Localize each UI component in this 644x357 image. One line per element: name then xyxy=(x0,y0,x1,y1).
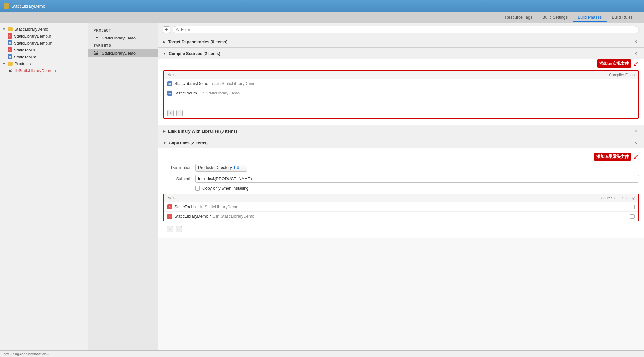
copy-files-header[interactable]: ▼ Copy Files (2 items) ✕ xyxy=(158,137,644,148)
compile-add-button[interactable]: + xyxy=(167,110,174,116)
m-icon-2: m xyxy=(8,54,12,59)
tab-resource-tags[interactable]: Resource Tags xyxy=(500,13,537,22)
nav-item-tool-h[interactable]: h StaticTool.h xyxy=(0,46,88,53)
nav-label-demo-h: StaticLibraryDemo.h xyxy=(14,34,51,39)
nav-item-tool-m[interactable]: m StaticTool.m xyxy=(0,53,88,60)
project-panel: PROJECT 🗂 StaticLibraryDemo TARGETS 🏛 St… xyxy=(88,23,158,350)
h-file-icon-1: h xyxy=(167,204,172,209)
compile-sources-header[interactable]: ▼ Compile Sources (2 items) ✕ xyxy=(158,48,644,59)
target-dependencies-section: ▶ Target Dependencies (0 items) ✕ xyxy=(158,36,644,48)
compile-annotation-arrow-icon: ↙ xyxy=(633,59,639,68)
panel-label-project: StaticLibraryDemo xyxy=(102,36,136,40)
m-file-icon-1: m xyxy=(167,81,172,86)
checkbox-row: Copy only when installing xyxy=(163,186,639,191)
copy-files-content: 添加.h暴露头文件 ↙ Destination Products Directo… xyxy=(158,148,644,238)
folder-icon-products xyxy=(8,62,13,66)
compile-table-header: Name Compiler Flags xyxy=(164,71,638,79)
link-binary-header[interactable]: ▶ Link Binary With Libraries (0 items) ✕ xyxy=(158,125,644,137)
copy-sign-header: Code Sign On Copy xyxy=(597,196,635,200)
copy-sign-checkbox-1[interactable] xyxy=(630,205,635,209)
nav-label-lib: libStaticLibraryDemo.a xyxy=(15,68,56,73)
compile-sources-section: ▼ Compile Sources (2 items) ✕ 添加.m实现文件 ↙… xyxy=(158,48,644,125)
h-icon-1: h xyxy=(8,33,12,39)
main-layout: ▼ StaticLibraryDemo h StaticLibraryDemo.… xyxy=(0,23,644,350)
destination-value: Products Directory xyxy=(198,165,232,170)
targets-section-title: TARGETS xyxy=(88,42,158,49)
link-binary-section: ▶ Link Binary With Libraries (0 items) ✕ xyxy=(158,125,644,137)
destination-label: Destination xyxy=(163,165,191,170)
m-file-icon-2: m xyxy=(167,90,172,96)
destination-row: Destination Products Directory ⬆⬇ xyxy=(163,164,639,172)
copy-files-section: ▼ Copy Files (2 items) ✕ 添加.h暴露头文件 ↙ Des… xyxy=(158,137,644,238)
copy-sign-checkbox-2[interactable] xyxy=(630,214,635,219)
filter-bar: ⊙ xyxy=(173,26,639,33)
nav-label-tool-m: StaticTool.m xyxy=(14,55,36,59)
link-binary-title: Link Binary With Libraries (0 items) xyxy=(168,129,630,134)
target-dependencies-header[interactable]: ▶ Target Dependencies (0 items) ✕ xyxy=(158,36,644,47)
nav-item-demo-m[interactable]: m StaticLibraryDemo.m xyxy=(0,39,88,46)
target-deps-title: Target Dependencies (0 items) xyxy=(168,39,630,44)
compile-sources-content: 添加.m实现文件 ↙ Name Compiler Flags m StaticL… xyxy=(158,59,644,125)
chevron-icon: ▼ xyxy=(3,27,6,31)
product-icon: 🏛 xyxy=(8,68,13,73)
copy-row-2-sign xyxy=(597,214,635,219)
subpath-input[interactable] xyxy=(195,175,639,183)
compile-annotation-text: 添加.m实现文件 xyxy=(597,59,631,68)
panel-label-target: StaticLibraryDemo xyxy=(102,51,136,56)
compile-name-header: Name xyxy=(167,73,590,77)
copy-only-checkbox[interactable] xyxy=(195,186,200,191)
copy-files-chevron-icon: ▼ xyxy=(163,141,166,145)
copy-table-actions: + − xyxy=(163,224,639,234)
nav-item-demo-h[interactable]: h StaticLibraryDemo.h xyxy=(0,33,88,39)
compile-flags-header: Compiler Flags xyxy=(590,73,635,77)
destination-select[interactable]: Products Directory ⬆⬇ xyxy=(195,164,247,172)
compile-row-2-name: StaticTool.m ...in StaticLibraryDemo xyxy=(174,91,590,95)
compile-sources-chevron-icon: ▼ xyxy=(163,52,166,55)
project-file-icon: 🗂 xyxy=(94,35,99,41)
panel-item-target[interactable]: 🏛 StaticLibraryDemo xyxy=(88,49,158,57)
compile-row-1-name: StaticLibraryDemo.m ...in StaticLibraryD… xyxy=(174,81,590,86)
copy-files-table: Name Code Sign On Copy h StaticTool.h ..… xyxy=(163,194,639,221)
target-deps-close-button[interactable]: ✕ xyxy=(633,39,639,44)
copy-row-1[interactable]: h StaticTool.h ...in StaticLibraryDemo xyxy=(164,202,638,212)
url-text: http://blog.csdn.net/location... xyxy=(4,352,49,356)
nav-item-products[interactable]: ▼ Products xyxy=(0,60,88,67)
target-icon: 🏛 xyxy=(94,50,99,56)
link-binary-close-button[interactable]: ✕ xyxy=(633,129,639,134)
tab-build-rules[interactable]: Build Rules xyxy=(607,13,638,22)
copy-row-2[interactable]: h StaticLibraryDemo.h ...in StaticLibrar… xyxy=(164,212,638,221)
nav-item-lib[interactable]: 🏛 libStaticLibraryDemo.a xyxy=(0,67,88,74)
top-toolbar: + ⊙ xyxy=(158,23,644,36)
nav-label-root: StaticLibraryDemo xyxy=(15,27,48,32)
panel-item-project[interactable]: 🗂 StaticLibraryDemo xyxy=(88,33,158,42)
add-phase-button[interactable]: + xyxy=(163,26,170,33)
compile-sources-close-button[interactable]: ✕ xyxy=(633,51,639,56)
filter-input[interactable] xyxy=(181,27,635,32)
nav-item-root[interactable]: ▼ StaticLibraryDemo xyxy=(0,26,88,33)
subpath-row: Subpath xyxy=(163,175,639,183)
copy-files-title: Copy Files (2 items) xyxy=(169,141,630,145)
nav-label-demo-m: StaticLibraryDemo.m xyxy=(14,41,52,45)
h-file-icon-2: h xyxy=(167,214,172,219)
build-phases-content: + ⊙ ▶ Target Dependencies (0 items) ✕ ▼ … xyxy=(158,23,644,350)
m-icon-1: m xyxy=(8,40,12,45)
copy-table-header: Name Code Sign On Copy xyxy=(164,194,638,202)
compile-row-1[interactable]: m StaticLibraryDemo.m ...in StaticLibrar… xyxy=(164,79,638,88)
window-title: StaticLibraryDemo xyxy=(11,4,45,9)
copy-files-close-button[interactable]: ✕ xyxy=(633,140,639,145)
target-deps-chevron-icon: ▶ xyxy=(163,40,166,44)
copy-name-header: Name xyxy=(167,196,597,200)
tab-bar: Resource Tags Build Settings Build Phase… xyxy=(0,12,644,23)
link-binary-chevron-icon: ▶ xyxy=(163,130,166,133)
compile-row-2[interactable]: m StaticTool.m ...in StaticLibraryDemo xyxy=(164,88,638,98)
copy-add-button[interactable]: + xyxy=(167,226,173,232)
select-arrow-icon: ⬆⬇ xyxy=(233,166,240,170)
compile-sources-title: Compile Sources (2 items) xyxy=(169,51,630,56)
compile-remove-button[interactable]: − xyxy=(176,110,183,116)
tab-build-phases[interactable]: Build Phases xyxy=(573,13,607,22)
app-icon xyxy=(4,3,9,9)
copy-remove-button[interactable]: − xyxy=(176,226,182,232)
tab-build-settings[interactable]: Build Settings xyxy=(538,13,573,22)
compile-sources-table: Name Compiler Flags m StaticLibraryDemo.… xyxy=(163,70,639,119)
compile-table-actions: + − xyxy=(164,108,638,118)
